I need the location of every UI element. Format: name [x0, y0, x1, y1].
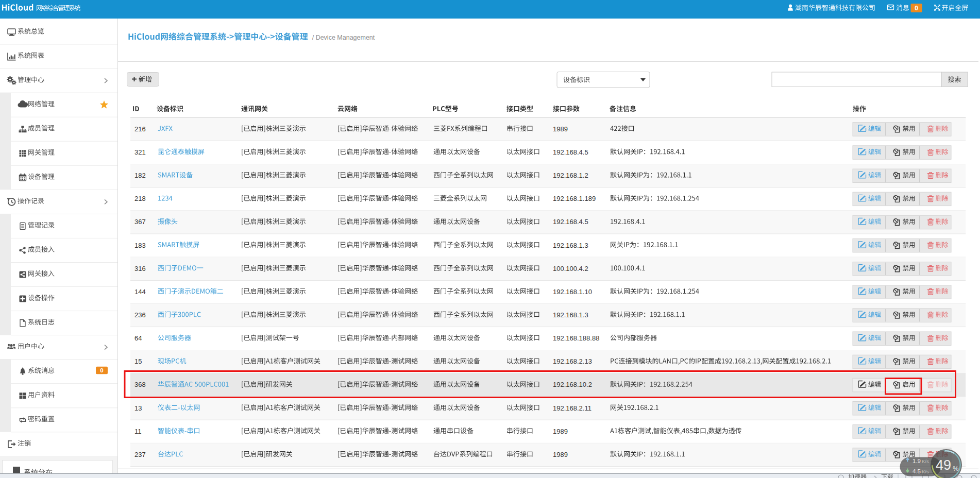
- svg-text:13: 13: [134, 404, 142, 412]
- svg-text:192.168.188.88: 192.168.188.88: [553, 334, 599, 342]
- svg-text:K/s: K/s: [922, 458, 929, 464]
- svg-text:1.9: 1.9: [913, 458, 921, 464]
- svg-text:0: 0: [915, 5, 918, 12]
- svg-text:368: 368: [134, 381, 146, 388]
- svg-text:1989: 1989: [553, 428, 568, 435]
- svg-text:218: 218: [134, 195, 146, 202]
- svg-text:316: 316: [134, 265, 146, 272]
- svg-text:64: 64: [134, 334, 142, 342]
- svg-text:15: 15: [134, 357, 142, 365]
- svg-text:192.168.4.5: 192.168.4.5: [553, 218, 588, 226]
- svg-text:192.168.2.13: 192.168.2.13: [553, 357, 592, 365]
- svg-text:1989: 1989: [553, 451, 568, 458]
- svg-text:192.168.2.11: 192.168.2.11: [553, 404, 592, 412]
- svg-text:236: 236: [134, 311, 146, 319]
- svg-text:144: 144: [134, 288, 146, 296]
- svg-text:192.168.4.5: 192.168.4.5: [553, 148, 588, 156]
- svg-text:4.5: 4.5: [913, 468, 921, 474]
- svg-text:367: 367: [134, 218, 146, 226]
- svg-text:%: %: [953, 465, 959, 472]
- svg-text:321: 321: [134, 148, 146, 156]
- svg-text:11: 11: [134, 428, 142, 435]
- svg-text:192.168.10.2: 192.168.10.2: [553, 381, 592, 388]
- svg-text:192.168.1.2: 192.168.1.2: [553, 172, 588, 179]
- svg-text:192.168.1.3: 192.168.1.3: [553, 311, 588, 319]
- svg-text:0: 0: [100, 367, 103, 373]
- svg-text:192.168.1.189: 192.168.1.189: [553, 195, 596, 202]
- svg-text:K/s: K/s: [922, 469, 929, 474]
- svg-text:192.168.1.10: 192.168.1.10: [553, 288, 592, 296]
- svg-text:237: 237: [134, 451, 146, 458]
- svg-text:1989: 1989: [553, 125, 568, 133]
- svg-text:192.168.1.3: 192.168.1.3: [553, 242, 588, 249]
- svg-text:182: 182: [134, 172, 146, 179]
- svg-text:49: 49: [936, 457, 951, 473]
- svg-text:100.100.4.2: 100.100.4.2: [553, 265, 588, 272]
- svg-text:216: 216: [134, 125, 146, 133]
- svg-text:183: 183: [134, 242, 146, 249]
- svg-text:/ Device Management: / Device Management: [312, 34, 375, 41]
